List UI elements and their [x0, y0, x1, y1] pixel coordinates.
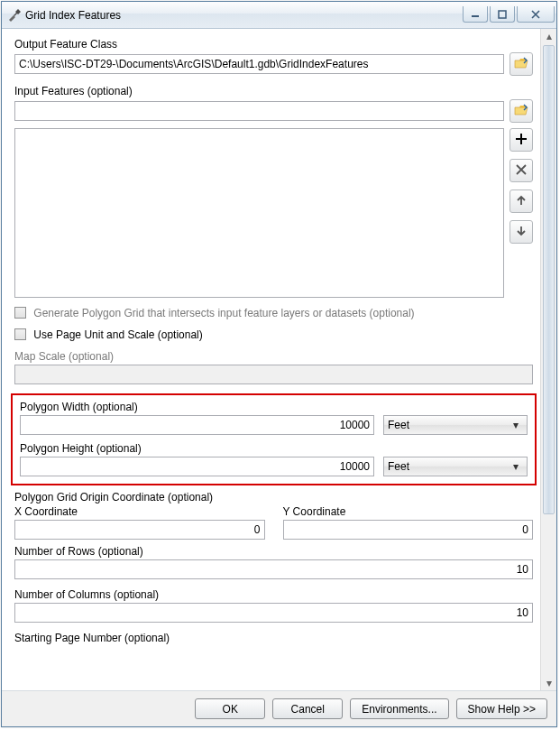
chevron-down-icon: ▾ [509, 460, 523, 473]
x-coordinate-input[interactable] [14, 520, 265, 540]
titlebar: Grid Index Features [2, 2, 556, 29]
close-button[interactable] [517, 6, 555, 23]
generate-polygon-grid-checkbox[interactable] [14, 307, 26, 319]
map-scale-label: Map Scale (optional) [14, 350, 533, 363]
y-coordinate-label: Y Coordinate [283, 505, 534, 518]
move-up-button[interactable] [510, 189, 533, 213]
output-feature-class-label: Output Feature Class [14, 38, 533, 51]
scroll-up-arrow-icon: ▴ [541, 29, 556, 43]
window-title: Grid Index Features [25, 8, 463, 22]
svg-rect-0 [472, 15, 479, 17]
number-of-rows-input[interactable] [14, 559, 533, 579]
window-buttons [463, 6, 555, 23]
polygon-width-input[interactable] [20, 415, 374, 435]
minimize-button[interactable] [463, 6, 488, 23]
polygon-width-label: Polygon Width (optional) [20, 401, 528, 413]
x-coordinate-label: X Coordinate [14, 505, 265, 518]
tool-dialog-window: Grid Index Features Output Feature Class [1, 1, 557, 727]
ok-button[interactable]: OK [195, 698, 265, 719]
client-area: Output Feature Class Input Features (opt… [2, 29, 556, 726]
generate-polygon-grid-label: Generate Polygon Grid that intersects in… [33, 307, 414, 319]
input-features-label: Input Features (optional) [14, 85, 533, 97]
browse-output-button[interactable] [510, 52, 533, 76]
number-of-columns-input[interactable] [14, 603, 533, 623]
use-page-unit-label: Use Page Unit and Scale (optional) [33, 328, 202, 341]
map-scale-input[interactable] [14, 365, 533, 384]
origin-coordinate-label: Polygon Grid Origin Coordinate (optional… [14, 491, 533, 504]
hammer-icon [7, 8, 22, 23]
cancel-button[interactable]: Cancel [272, 698, 343, 719]
y-coordinate-input[interactable] [283, 520, 534, 540]
move-down-button[interactable] [510, 220, 533, 244]
arrow-down-icon [514, 224, 528, 241]
input-features-list[interactable] [14, 128, 504, 298]
scroll-down-arrow-icon: ▾ [541, 676, 556, 690]
maximize-button[interactable] [490, 6, 515, 23]
output-feature-class-input[interactable] [14, 54, 504, 74]
plus-icon [514, 132, 528, 149]
polygon-height-input[interactable] [20, 457, 374, 476]
folder-open-icon [514, 56, 528, 73]
show-help-button[interactable]: Show Help >> [456, 698, 547, 719]
chevron-down-icon: ▾ [509, 419, 523, 431]
input-features-input[interactable] [14, 101, 504, 121]
polygon-width-unit-select[interactable]: Feet ▾ [383, 415, 528, 435]
polygon-height-label: Polygon Height (optional) [20, 442, 528, 455]
use-page-unit-checkbox[interactable] [14, 328, 26, 340]
add-button[interactable] [510, 128, 533, 152]
scroll-thumb[interactable] [543, 45, 555, 514]
number-of-rows-label: Number of Rows (optional) [14, 545, 533, 558]
browse-input-button[interactable] [510, 99, 533, 123]
highlight-box: Polygon Width (optional) Feet ▾ Polygon … [11, 393, 537, 485]
starting-page-number-label: Starting Page Number (optional) [14, 632, 533, 644]
arrow-up-icon [514, 193, 528, 210]
button-bar: OK Cancel Environments... Show Help >> [2, 690, 556, 726]
folder-open-icon [514, 103, 528, 120]
remove-button[interactable] [510, 159, 533, 182]
polygon-width-unit-value: Feet [388, 419, 509, 431]
polygon-height-unit-select[interactable]: Feet ▾ [383, 457, 528, 476]
environments-button[interactable]: Environments... [350, 698, 448, 719]
x-icon [514, 162, 528, 180]
number-of-columns-label: Number of Columns (optional) [14, 588, 533, 601]
svg-rect-1 [499, 11, 506, 18]
vertical-scrollbar[interactable]: ▴ ▾ [540, 29, 556, 690]
polygon-height-unit-value: Feet [388, 460, 509, 473]
